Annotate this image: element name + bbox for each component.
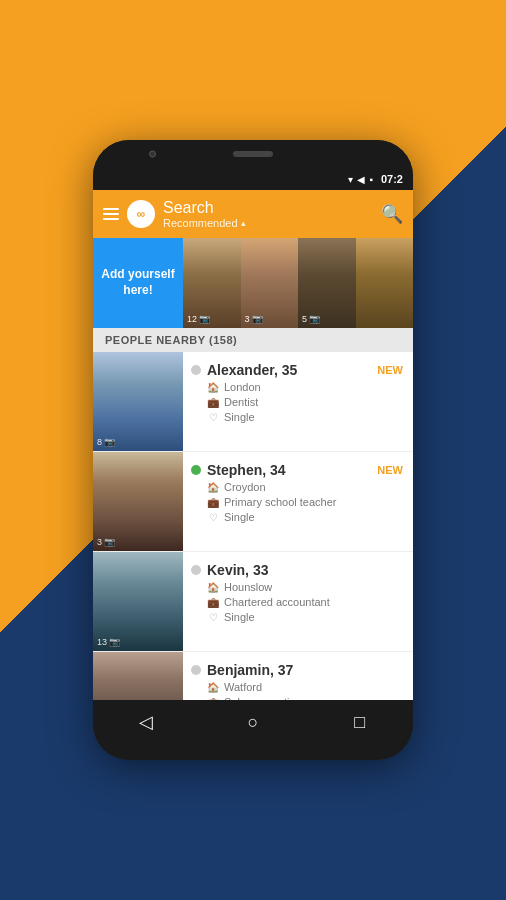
header-title: Search <box>163 199 373 217</box>
speaker <box>233 151 273 157</box>
menu-button[interactable] <box>103 208 119 220</box>
home-icon: 🏠 <box>207 482 219 493</box>
nearby-section-header: PEOPLE NEARBY (158) <box>93 328 413 352</box>
person-info-alexander: Alexander, 35 NEW 🏠 London 💼 Dentist ♡ S… <box>183 352 413 451</box>
person-name-row: Benjamin, 37 <box>191 662 403 678</box>
strip-photo-1[interactable]: 12📷 <box>183 238 241 328</box>
status-bar: ▾ ◀ ▪ 07:2 <box>93 168 413 190</box>
person-name-row: Stephen, 34 NEW <box>191 462 403 478</box>
add-yourself-button[interactable]: Add yourself here! <box>93 238 183 328</box>
list-item[interactable]: 13📷 Kevin, 33 🏠 Hounslow 💼 Chartered acc… <box>93 552 413 652</box>
bottom-nav: ◁ ○ □ <box>93 700 413 744</box>
search-button[interactable]: 🔍 <box>381 203 403 225</box>
chevron-down-icon: ▴ <box>241 218 246 228</box>
strip-photo-2[interactable]: 3📷 <box>241 238 299 328</box>
person-name: Stephen, 34 <box>207 462 286 478</box>
home-button[interactable]: ○ <box>233 702 273 742</box>
offline-indicator <box>191 565 201 575</box>
photo-count-overlay: 13📷 <box>97 637 120 647</box>
person-location: 🏠 Hounslow <box>207 581 403 593</box>
phone-bottom-bezel <box>93 744 413 760</box>
person-location: 🏠 London <box>207 381 403 393</box>
signal-icon: ◀ <box>357 174 365 185</box>
heart-icon: ♡ <box>207 512 219 523</box>
photo-count-1: 12📷 <box>187 314 210 324</box>
offline-indicator <box>191 665 201 675</box>
person-name-row: Kevin, 33 <box>191 562 403 578</box>
person-name-row: Alexander, 35 NEW <box>191 362 403 378</box>
person-job: 💼 Dentist <box>207 396 403 408</box>
header-text-block: Search Recommended ▴ <box>163 199 373 229</box>
person-photo-alexander: 8📷 <box>93 352 183 451</box>
status-time: 07:2 <box>381 173 403 185</box>
person-job: 💼 Primary school teacher <box>207 496 403 508</box>
photo-count-overlay: 8📷 <box>97 437 115 447</box>
heart-icon: ♡ <box>207 412 219 423</box>
header-subtitle: Recommended ▴ <box>163 217 373 229</box>
person-name: Kevin, 33 <box>207 562 268 578</box>
back-button[interactable]: ◁ <box>126 702 166 742</box>
person-status: ♡ Single <box>207 511 403 523</box>
person-photo-kevin: 13📷 <box>93 552 183 651</box>
app-logo: ∞ <box>127 200 155 228</box>
heart-icon: ♡ <box>207 612 219 623</box>
strip-photo-4[interactable] <box>356 238 414 328</box>
home-icon: 🏠 <box>207 682 219 693</box>
list-item[interactable]: Benjamin, 37 🏠 Watford 💼 Sales executive… <box>93 652 413 700</box>
person-photo-stephen: 3📷 <box>93 452 183 551</box>
phone-top-bezel <box>93 140 413 168</box>
photo-count-3: 5📷 <box>302 314 320 324</box>
new-badge: NEW <box>377 364 403 376</box>
online-indicator <box>191 465 201 475</box>
new-badge: NEW <box>377 464 403 476</box>
person-list: 8📷 Alexander, 35 NEW 🏠 London 💼 Dentist <box>93 352 413 700</box>
photo-count-overlay: 3📷 <box>97 537 115 547</box>
offline-indicator <box>191 365 201 375</box>
home-icon: 🏠 <box>207 382 219 393</box>
phone-device: ▾ ◀ ▪ 07:2 ∞ Search Recommended ▴ 🔍 Add … <box>93 140 413 760</box>
person-job: 💼 Chartered accountant <box>207 596 403 608</box>
home-icon: 🏠 <box>207 582 219 593</box>
person-location: 🏠 Watford <box>207 681 403 693</box>
app-header: ∞ Search Recommended ▴ 🔍 <box>93 190 413 238</box>
battery-icon: ▪ <box>369 174 373 185</box>
person-info-benjamin: Benjamin, 37 🏠 Watford 💼 Sales executive… <box>183 652 413 700</box>
work-icon: 💼 <box>207 597 219 608</box>
recents-button[interactable]: □ <box>340 702 380 742</box>
person-name: Alexander, 35 <box>207 362 297 378</box>
person-name: Benjamin, 37 <box>207 662 293 678</box>
list-item[interactable]: 8📷 Alexander, 35 NEW 🏠 London 💼 Dentist <box>93 352 413 452</box>
photo-count-2: 3📷 <box>245 314 263 324</box>
person-info-kevin: Kevin, 33 🏠 Hounslow 💼 Chartered account… <box>183 552 413 651</box>
photo-strip: Add yourself here! 12📷 3📷 5📷 <box>93 238 413 328</box>
strip-photo-3[interactable]: 5📷 <box>298 238 356 328</box>
front-camera <box>149 151 156 158</box>
person-status: ♡ Single <box>207 411 403 423</box>
person-info-stephen: Stephen, 34 NEW 🏠 Croydon 💼 Primary scho… <box>183 452 413 551</box>
work-icon: 💼 <box>207 397 219 408</box>
list-item[interactable]: 3📷 Stephen, 34 NEW 🏠 Croydon 💼 Primary s… <box>93 452 413 552</box>
person-photo-benjamin <box>93 652 183 700</box>
person-status: ♡ Single <box>207 611 403 623</box>
wifi-icon: ▾ <box>348 174 353 185</box>
add-yourself-label: Add yourself here! <box>93 263 183 302</box>
work-icon: 💼 <box>207 497 219 508</box>
person-location: 🏠 Croydon <box>207 481 403 493</box>
